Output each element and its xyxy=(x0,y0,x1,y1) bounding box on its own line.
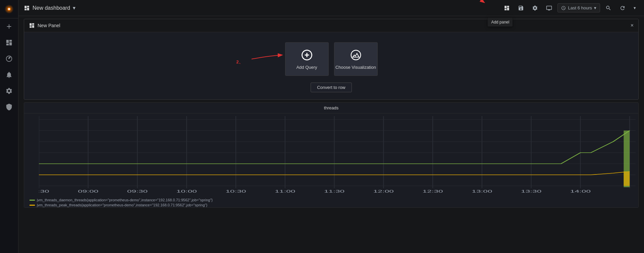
grafana-logo-icon xyxy=(4,4,14,14)
chart-title: threads xyxy=(24,103,638,113)
svg-text:18: 18 xyxy=(26,151,35,155)
panel-modal-title-text: New Panel xyxy=(38,23,60,28)
settings-button[interactable] xyxy=(529,3,541,13)
chart-area: 21 20 19 18 17 16 15 08:30 09:00 09:30 1… xyxy=(24,113,638,207)
tv-mode-button[interactable] xyxy=(543,3,555,13)
sidebar-item-explore[interactable] xyxy=(0,51,18,67)
compass-icon xyxy=(5,55,13,62)
settings-icon xyxy=(532,5,538,11)
legend-item-daemon: jvm_threads_daemon_threads{application="… xyxy=(30,198,633,202)
svg-text:10:00: 10:00 xyxy=(176,189,197,193)
add-query-label: Add Query xyxy=(296,65,317,70)
sidebar-logo xyxy=(0,0,18,18)
save-dashboard-button[interactable] xyxy=(515,3,527,13)
time-range-chevron: ▾ xyxy=(594,5,596,10)
time-range-label: Last 6 hours xyxy=(568,5,592,10)
convert-to-row-button[interactable]: Convert to row xyxy=(311,83,352,92)
save-icon xyxy=(518,5,524,11)
shield-icon xyxy=(5,103,13,111)
svg-text:21: 21 xyxy=(26,117,35,121)
end-bar-yellow xyxy=(624,171,630,186)
svg-text:13:00: 13:00 xyxy=(472,189,492,193)
sidebar-item-alerting[interactable] xyxy=(0,67,18,83)
legend-label-daemon: jvm_threads_daemon_threads{application="… xyxy=(37,198,213,202)
add-query-card[interactable]: Add Query xyxy=(285,42,329,76)
search-button[interactable] xyxy=(603,3,614,13)
title-chevron: ▾ xyxy=(73,5,75,11)
arrow-1-svg xyxy=(455,0,496,10)
cog-icon xyxy=(5,87,13,95)
add-panel-wrapper: Add panel 1、 xyxy=(501,3,513,13)
clock-icon xyxy=(561,6,566,10)
choose-viz-icon xyxy=(350,49,362,61)
convert-row: Convert to row xyxy=(311,83,352,92)
dashboard-title-area: New dashboard ▾ xyxy=(24,5,75,11)
svg-text:08:30: 08:30 xyxy=(29,189,49,193)
svg-text:19: 19 xyxy=(26,140,35,144)
choose-visualization-card[interactable]: Choose Visualization xyxy=(334,42,378,76)
svg-text:12:30: 12:30 xyxy=(423,189,443,193)
svg-text:11:30: 11:30 xyxy=(324,189,344,193)
svg-text:15: 15 xyxy=(26,184,35,188)
panel-modal-title-area: New Panel xyxy=(29,22,60,29)
time-range-button[interactable]: Last 6 hours ▾ xyxy=(557,3,600,12)
svg-rect-7 xyxy=(39,116,636,195)
magnifier-icon xyxy=(605,5,611,11)
refresh-button[interactable] xyxy=(617,3,628,13)
sidebar-item-shield[interactable] xyxy=(0,99,18,115)
legend-label-peak: jvm_threads_peak_threads{application="pr… xyxy=(37,203,207,207)
dashboard-area: New Panel × 2、 xyxy=(18,16,644,253)
sidebar-item-config[interactable] xyxy=(0,83,18,99)
chart-legend: jvm_threads_daemon_threads{application="… xyxy=(24,196,638,209)
panel-modal-body: 2、 Add Query xyxy=(24,32,638,99)
svg-point-3 xyxy=(8,8,10,10)
add-panel-icon xyxy=(504,5,510,11)
sidebar-item-dashboards[interactable] xyxy=(0,35,18,51)
svg-text:11:00: 11:00 xyxy=(275,189,295,193)
svg-text:20: 20 xyxy=(26,129,35,133)
chart-svg: 21 20 19 18 17 16 15 08:30 09:00 09:30 1… xyxy=(24,116,638,195)
topbar-actions: Add panel 1、 xyxy=(501,3,639,13)
svg-text:12:00: 12:00 xyxy=(373,189,394,193)
svg-text:10:30: 10:30 xyxy=(225,189,246,193)
svg-text:17: 17 xyxy=(26,162,35,166)
legend-color-peak xyxy=(30,205,35,206)
svg-text:09:00: 09:00 xyxy=(78,189,98,193)
arrow-2-svg xyxy=(245,46,288,66)
bell-icon xyxy=(5,71,13,79)
dashboard-title-icon xyxy=(24,5,30,11)
chart-panel: threads xyxy=(24,102,639,208)
page-title: New dashboard xyxy=(33,5,70,11)
legend-color-daemon xyxy=(30,200,35,201)
legend-item-peak: jvm_threads_peak_threads{application="pr… xyxy=(30,203,633,207)
panel-options-row: 2、 Add Query xyxy=(285,42,378,76)
refresh-dropdown-button[interactable]: ▾ xyxy=(631,3,639,12)
panel-modal-close-button[interactable]: × xyxy=(631,23,634,28)
monitor-icon xyxy=(546,5,552,11)
svg-text:14:00: 14:00 xyxy=(570,189,591,193)
svg-text:09:30: 09:30 xyxy=(127,189,148,193)
topbar: New dashboard ▾ Add panel xyxy=(18,0,644,16)
refresh-icon xyxy=(620,5,626,11)
main-content: New dashboard ▾ Add panel xyxy=(18,0,644,253)
add-query-icon xyxy=(301,49,313,61)
panel-modal-header: New Panel × xyxy=(24,19,638,32)
refresh-chevron: ▾ xyxy=(634,5,636,10)
dashboard-icon xyxy=(5,39,13,46)
choose-viz-label: Choose Visualization xyxy=(335,65,376,70)
sidebar-item-add[interactable] xyxy=(0,18,18,35)
annotation-2: 2、 xyxy=(236,59,243,65)
panel-title-icon xyxy=(29,22,35,29)
add-panel-button[interactable] xyxy=(501,3,513,13)
add-panel-tooltip: Add panel xyxy=(488,18,513,27)
svg-text:16: 16 xyxy=(26,173,35,177)
sidebar xyxy=(0,0,18,253)
new-panel-modal: New Panel × 2、 xyxy=(24,19,639,100)
svg-text:13:30: 13:30 xyxy=(521,189,541,193)
plus-icon xyxy=(5,23,13,30)
